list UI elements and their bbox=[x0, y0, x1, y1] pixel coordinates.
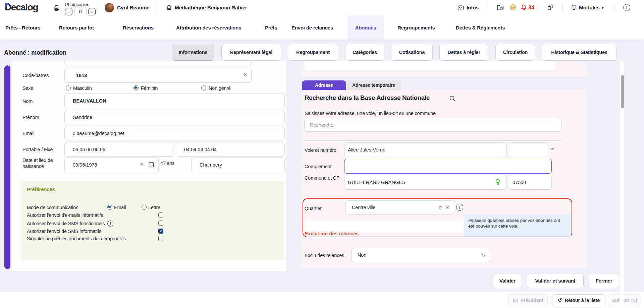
exclu-relances-value: Non bbox=[358, 252, 482, 258]
barcode-field[interactable] bbox=[64, 68, 252, 83]
birth-date-field[interactable] bbox=[64, 158, 159, 172]
clear-icon[interactable]: × bbox=[446, 204, 449, 211]
tab-regroupement[interactable]: Regroupement bbox=[288, 44, 338, 61]
email-field[interactable] bbox=[64, 126, 285, 140]
checkbox-emails-informatifs[interactable] bbox=[158, 212, 163, 218]
avatar[interactable] bbox=[105, 3, 114, 12]
fermer-button[interactable]: Fermer bbox=[589, 273, 619, 288]
nav-item-dettes-reglements[interactable]: Dettes & Règlements bbox=[456, 15, 505, 40]
barcode-label: Code-barres bbox=[22, 73, 49, 78]
radio-masculin-label[interactable]: Masculin bbox=[73, 85, 92, 91]
tab-cotisations[interactable]: Cotisations bbox=[391, 44, 433, 61]
radio-non-genre[interactable] bbox=[201, 85, 206, 90]
check-sms-informatifs-label: Autoriser l'envoi de SMS informatifs bbox=[27, 229, 101, 234]
complement-field[interactable] bbox=[344, 159, 552, 174]
calendar-icon[interactable] bbox=[148, 161, 155, 168]
numero-field[interactable] bbox=[509, 142, 548, 157]
clear-icon[interactable]: × bbox=[551, 146, 554, 152]
dropdown-icon[interactable]: ▽ bbox=[482, 253, 485, 258]
tab-historique-statistiques[interactable]: Historique & Statistiques bbox=[542, 44, 616, 61]
commune-field[interactable] bbox=[344, 175, 506, 190]
photocopies-count[interactable]: 0 bbox=[74, 7, 87, 16]
precedent-button[interactable]: |◁ Précédent bbox=[508, 294, 548, 306]
commune-label: Commune et CP bbox=[305, 175, 341, 181]
alert-circle-icon[interactable]: ! bbox=[623, 4, 630, 11]
ban-search-input[interactable] bbox=[304, 118, 561, 132]
tab-categories[interactable]: Catégories bbox=[345, 44, 384, 61]
radio-masculin[interactable] bbox=[66, 85, 71, 90]
tab-dettes-a-regler[interactable]: Dettes à régler bbox=[439, 44, 488, 61]
nav-item-abonnes-active[interactable]: Abonnés bbox=[347, 15, 384, 40]
nav-item-reservations[interactable]: Réservations bbox=[123, 15, 154, 40]
valider-et-suivant-button[interactable]: Valider et suivant bbox=[527, 273, 584, 288]
radio-mode-lettre[interactable] bbox=[142, 205, 147, 210]
radio-feminin[interactable] bbox=[133, 85, 139, 90]
valider-button[interactable]: Valider bbox=[493, 273, 522, 288]
photocopies-plus-button[interactable]: + bbox=[88, 8, 96, 15]
nom-field[interactable] bbox=[64, 94, 285, 108]
radio-feminin-label[interactable]: Féminin bbox=[141, 85, 158, 91]
modules-menu[interactable]: Modules bbox=[579, 5, 599, 11]
fixed-phone-field[interactable] bbox=[176, 142, 285, 157]
communication-mode-label: Mode de communication bbox=[27, 205, 78, 210]
clear-icon[interactable]: × bbox=[244, 71, 247, 78]
link-share-icon[interactable] bbox=[547, 4, 554, 11]
retour-liste-label: Retour à la liste bbox=[565, 298, 600, 303]
checkbox-sms-informatifs[interactable] bbox=[158, 229, 163, 234]
nav-item-prets[interactable]: Prêts bbox=[265, 15, 277, 40]
check-signaler-pret-label: Signaler au prêt les documents déjà empr… bbox=[27, 236, 126, 241]
envelope-icon bbox=[457, 4, 464, 11]
notification-count[interactable]: 34 bbox=[528, 4, 534, 11]
clipped-field-top bbox=[304, 61, 555, 71]
voie-field[interactable] bbox=[344, 142, 506, 157]
sexe-label: Sexe bbox=[22, 85, 33, 91]
mobile-phone-field[interactable] bbox=[64, 142, 174, 157]
tab-circulation[interactable]: Circulation bbox=[495, 44, 535, 61]
quartier-select[interactable]: Centre ville ▽ × bbox=[345, 200, 454, 214]
clear-icon[interactable]: × bbox=[140, 161, 144, 168]
library-name[interactable]: Médiathèque Benjamin Rabier bbox=[175, 5, 247, 11]
check-label-text: Autoriser l'envoi de SMS informatifs bbox=[27, 229, 101, 234]
infos-label[interactable]: Infos bbox=[467, 5, 479, 11]
notification-bell-icon[interactable] bbox=[520, 4, 527, 11]
radio-mode-email[interactable] bbox=[107, 205, 112, 210]
info-icon[interactable]: ! bbox=[107, 221, 113, 227]
user-name[interactable]: Cyril Beaume bbox=[117, 5, 150, 11]
decalog-logo[interactable]: Decalog bbox=[5, 2, 38, 13]
tab-representant-legal[interactable]: Représentant légal bbox=[221, 44, 281, 61]
right-scrollbar-thumb[interactable] bbox=[621, 75, 624, 108]
radio-mode-lettre-label[interactable]: Lettre bbox=[148, 205, 160, 210]
retour-liste-button[interactable]: ↺ Retour à la liste bbox=[552, 294, 605, 306]
logo-accent bbox=[5, 3, 9, 7]
tab-adresse-temporaire[interactable]: Adresse temporaire bbox=[346, 80, 401, 90]
nav-item-regroupements[interactable]: Regroupements bbox=[397, 15, 435, 40]
divider bbox=[562, 4, 563, 11]
radio-non-genre-label[interactable]: Non genré bbox=[209, 85, 231, 91]
voie-label: Voie et numéro bbox=[305, 147, 336, 153]
prenom-field[interactable] bbox=[64, 110, 285, 124]
exclu-relances-label: Exclu des relances bbox=[305, 253, 344, 258]
suivant-button[interactable]: Suivant ▷| bbox=[609, 294, 640, 306]
cp-field[interactable] bbox=[509, 175, 552, 190]
nav-item-prets-retours[interactable]: Prêts - Retours bbox=[5, 15, 41, 40]
radio-mode-email-label[interactable]: Email bbox=[114, 205, 126, 210]
tab-informations[interactable]: Informations bbox=[172, 44, 214, 61]
nav-item-attribution-reservations[interactable]: Attribution des réservations bbox=[176, 15, 241, 40]
left-scrollbar-thumb[interactable] bbox=[4, 65, 10, 269]
tab-adresse-active[interactable]: Adresse bbox=[302, 80, 346, 90]
nav-item-retours-par-lot[interactable]: Retours par lot bbox=[59, 15, 94, 40]
photocopies-minus-button[interactable]: − bbox=[65, 8, 72, 15]
nav-item-envoi-relances[interactable]: Envoi de relances bbox=[291, 15, 333, 40]
checkbox-sms-fonctionnels[interactable] bbox=[158, 221, 163, 226]
quartier-tooltip: Plusieurs quartiers utilisés par vos abo… bbox=[464, 214, 571, 237]
checkbox-signaler-pret[interactable] bbox=[158, 236, 163, 241]
exclu-relances-select[interactable]: Non ▽ bbox=[351, 248, 491, 262]
birth-place-field[interactable] bbox=[191, 158, 285, 172]
broadcast-icon[interactable] bbox=[509, 4, 517, 12]
folder-cloud-icon[interactable] bbox=[496, 4, 504, 11]
divider bbox=[614, 4, 614, 11]
dropdown-icon[interactable]: ▽ bbox=[438, 205, 442, 210]
complement-label: Complément bbox=[305, 164, 331, 169]
quartier-info-icon[interactable]: ! bbox=[456, 204, 463, 211]
top-header: Decalog Photocopies − 0 + Cyril Beaume M… bbox=[0, 0, 644, 15]
